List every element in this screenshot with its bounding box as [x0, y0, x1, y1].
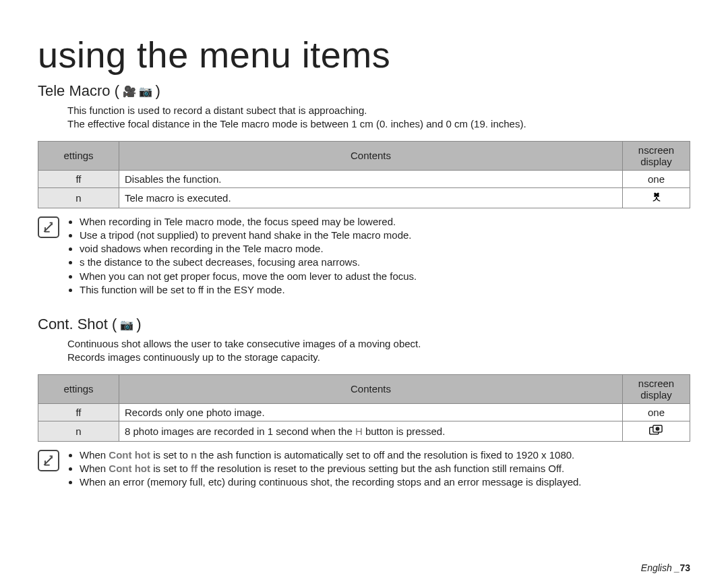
th-settings: ettings: [38, 374, 119, 403]
tele-macro-table: ettings Contents nscreen display ff Disa…: [38, 141, 690, 208]
note-line: When recording in Tele macro mode, the f…: [80, 215, 417, 229]
section2-mode-icons: 📷: [117, 319, 136, 330]
cell-display: one: [623, 170, 690, 187]
section1-mode-icons: 🎥 📷: [119, 86, 155, 97]
section1-note-body: When recording in Tele macro mode, the f…: [67, 215, 417, 297]
table-row: n 8 photo images are recorded in 1 secon…: [38, 421, 690, 441]
flower-icon: [650, 191, 663, 203]
section1-note: When recording in Tele macro mode, the f…: [38, 215, 690, 297]
section2-title-text: Cont. Shot (: [38, 316, 117, 332]
th-contents: Contents: [119, 141, 623, 170]
note-line: Use a tripod (not supplied) to prevent h…: [80, 229, 417, 242]
footer-language: English _: [641, 562, 680, 573]
cell-setting: ff: [38, 403, 119, 421]
cell-setting: n: [38, 421, 119, 441]
cell-setting: n: [38, 187, 119, 208]
section1-title-close: ): [155, 82, 160, 99]
cell-content-prefix: 8 photo images are recorded in 1 second …: [125, 426, 355, 437]
camera-icon: 📷: [120, 319, 133, 330]
note-line: When Cont hot is set to n the ash functi…: [80, 448, 582, 462]
note-line: This function will be set to ff in the E…: [80, 283, 417, 297]
cell-content-photo-key: H: [355, 426, 363, 437]
note-line: When Cont hot is set to ff the resolutio…: [80, 462, 582, 475]
video-icon: 🎥: [123, 86, 136, 97]
footer-page-number: 73: [679, 562, 690, 573]
table-row: ff Records only one photo image. one: [38, 403, 690, 421]
manual-page: using the menu items Tele Macro ( 🎥 📷 ) …: [0, 0, 728, 584]
cell-display-icon: [623, 187, 690, 208]
cell-content-suffix: button is pressed.: [363, 426, 446, 437]
page-footer: English _73: [641, 562, 690, 573]
section2-title-close: ): [136, 316, 141, 332]
table-row: ff Disables the function. one: [38, 170, 690, 187]
th-settings: ettings: [38, 141, 119, 170]
svg-point-4: [657, 428, 657, 429]
section2-note: When Cont hot is set to n the ash functi…: [38, 448, 690, 490]
section1-description: This function is used to record a distan…: [67, 104, 690, 132]
section2-desc-line1: Continuous shot allows the user to take …: [67, 337, 690, 351]
note-icon: [38, 450, 59, 471]
th-display: nscreen display: [623, 374, 690, 403]
cell-content: 8 photo images are recorded in 1 second …: [119, 421, 623, 441]
section-cont-shot-title: Cont. Shot ( 📷 ): [38, 316, 690, 333]
section1-desc-line1: This function is used to record a distan…: [67, 104, 690, 117]
section1-desc-line2: The effective focal distance in the Tele…: [67, 117, 690, 131]
cont-shot-table: ettings Contents nscreen display ff Reco…: [38, 374, 690, 442]
table-row: n Tele macro is executed.: [38, 187, 690, 208]
page-title: using the menu items: [38, 34, 690, 76]
cell-display-icon: [623, 421, 690, 441]
th-contents: Contents: [119, 374, 623, 403]
section-tele-macro-title: Tele Macro ( 🎥 📷 ): [38, 82, 690, 100]
note-icon: [38, 216, 59, 238]
note-line: s the distance to the subect decreases, …: [80, 256, 417, 269]
cell-content: Disables the function.: [119, 170, 623, 187]
cell-content: Records only one photo image.: [119, 403, 623, 421]
camera-icon: 📷: [139, 86, 152, 97]
note-line: void shadows when recording in the Tele …: [80, 242, 417, 256]
cell-content: Tele macro is executed.: [119, 187, 623, 208]
section2-note-body: When Cont hot is set to n the ash functi…: [67, 448, 582, 490]
cell-display: one: [623, 403, 690, 421]
note-line: When you can not get proper focus, move …: [80, 270, 417, 283]
section2-desc-line2: Records images continuously up to the st…: [67, 351, 690, 364]
note-line: When an error (memory full, etc) during …: [80, 475, 582, 489]
th-display: nscreen display: [623, 141, 690, 170]
section2-description: Continuous shot allows the user to take …: [67, 337, 690, 365]
section1-title-text: Tele Macro (: [38, 82, 119, 99]
cell-setting: ff: [38, 170, 119, 187]
contshot-icon: [649, 424, 664, 436]
